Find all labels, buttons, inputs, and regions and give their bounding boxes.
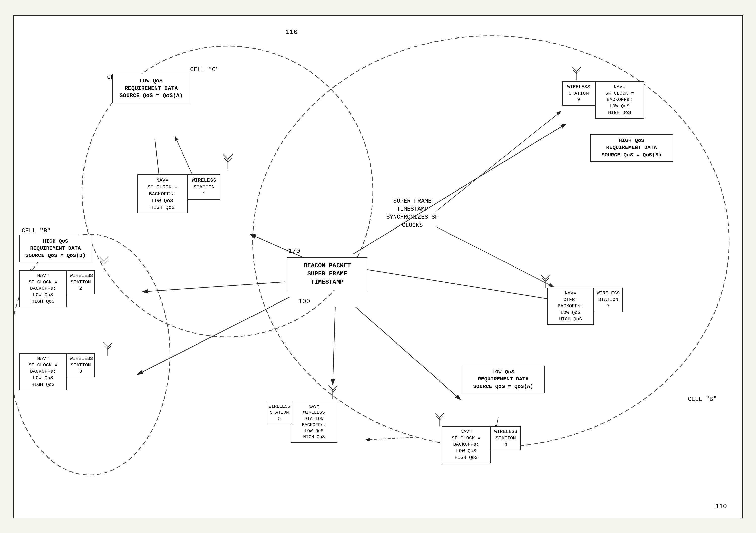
svg-line-6 xyxy=(142,282,285,292)
ws3-antenna xyxy=(101,341,115,358)
cell-b-left-label: CELL "B" xyxy=(22,227,51,234)
beacon-box: BEACON PACKET SUPER FRAME TIMESTAMP xyxy=(287,257,367,291)
ws2-nav-box: NAV= SF CLOCK = BACKOFFs: LOW QoS HIGH Q… xyxy=(19,270,67,307)
ws4-box: WIRELESS STATION 4 xyxy=(491,426,521,450)
beacon-line2: SUPER FRAME xyxy=(307,270,347,277)
high-qos-b-left-box: HIGH QoS REQUIREMENT DATA SOURCE QoS = Q… xyxy=(19,235,92,262)
svg-line-11 xyxy=(353,124,566,254)
svg-line-8 xyxy=(355,307,461,400)
ws4-antenna xyxy=(433,411,447,429)
ws9-nav-box: NAV= SF CLOCK = BACKOFFs: LOW QoS HIGH Q… xyxy=(595,81,644,119)
svg-line-48 xyxy=(546,275,550,279)
svg-line-32 xyxy=(103,343,108,347)
ref-110-top: 110 xyxy=(286,28,298,36)
ref-100: 100 xyxy=(298,298,310,305)
svg-line-22 xyxy=(223,154,228,159)
svg-line-9 xyxy=(333,307,336,385)
svg-line-42 xyxy=(329,385,333,390)
ws2-box: WIRELESS STATION 2 xyxy=(67,270,94,295)
ref-110-bottom: 110 xyxy=(715,503,727,510)
ws7-nav-box: NAV= CTFR= BACKOFFs: LOW QoS HIGH QoS xyxy=(547,288,594,325)
svg-line-7 xyxy=(137,297,290,375)
high-qos-b-right-box: HIGH QoS REQUIREMENT DATA SOURCE QoS = Q… xyxy=(590,134,673,161)
ws3-box: WIRELESS STATION 3 xyxy=(67,353,94,378)
ws2-antenna xyxy=(97,255,111,272)
diagram-container: 110 110 100 170 CELL "B" CELL "A" CELL "… xyxy=(13,15,743,519)
ws7-antenna xyxy=(538,272,552,290)
ws3-nav-box: NAV= SF CLOCK = BACKOFFs: LOW QoS HIGH Q… xyxy=(19,353,67,390)
svg-line-23 xyxy=(228,154,233,159)
svg-line-10 xyxy=(365,269,566,302)
cell-c-label: CELL "C" xyxy=(190,66,219,73)
svg-line-27 xyxy=(99,257,104,262)
ws5-box: WIRELESS STATION 5 xyxy=(266,401,293,424)
svg-line-38 xyxy=(440,413,445,418)
beacon-line3: TIMESTAMP xyxy=(311,279,343,285)
svg-line-53 xyxy=(577,67,581,72)
svg-line-18 xyxy=(436,111,561,211)
svg-line-28 xyxy=(104,257,109,262)
beacon-line1: BEACON PACKET xyxy=(304,262,351,269)
ws4-nav-box: NAV= SF CLOCK = BACKOFFs: LOW QoS HIGH Q… xyxy=(442,426,491,463)
ws9-antenna xyxy=(570,65,584,83)
svg-line-37 xyxy=(435,413,440,418)
svg-line-47 xyxy=(541,275,546,279)
ws1-nav-box: NAV= SF CLOCK = BACKOFFs: LOW QoS HIGH Q… xyxy=(137,174,188,213)
super-frame-label: SUPER FRAME TIMESTAMP SYNCHRONIZES SF CL… xyxy=(386,197,438,230)
svg-line-19 xyxy=(365,437,413,440)
ws1-box: WIRELESS STATION 1 xyxy=(188,174,220,200)
low-qos-a-bottom-box: LOW QoS REQUIREMENT DATA SOURCE QoS = Qo… xyxy=(462,366,545,393)
ws5-antenna xyxy=(326,383,340,401)
svg-line-52 xyxy=(572,67,577,72)
ws5-nav-box: NAV= WIRELESS STATION BACKOFFs: LOW QoS … xyxy=(291,401,337,443)
ref-170: 170 xyxy=(288,247,300,255)
ws1-antenna xyxy=(220,152,235,172)
low-qos-a-top-box: LOW QoS REQUIREMENT DATA SOURCE QoS = Qo… xyxy=(112,74,190,103)
svg-line-33 xyxy=(108,343,112,347)
ws7-box: WIRELESS STATION 7 xyxy=(594,288,623,312)
svg-line-43 xyxy=(333,385,338,390)
svg-line-17 xyxy=(436,227,554,287)
cell-b-right-label: CELL "B" xyxy=(688,396,717,403)
ws9-box: WIRELESS STATION 9 xyxy=(562,81,595,106)
